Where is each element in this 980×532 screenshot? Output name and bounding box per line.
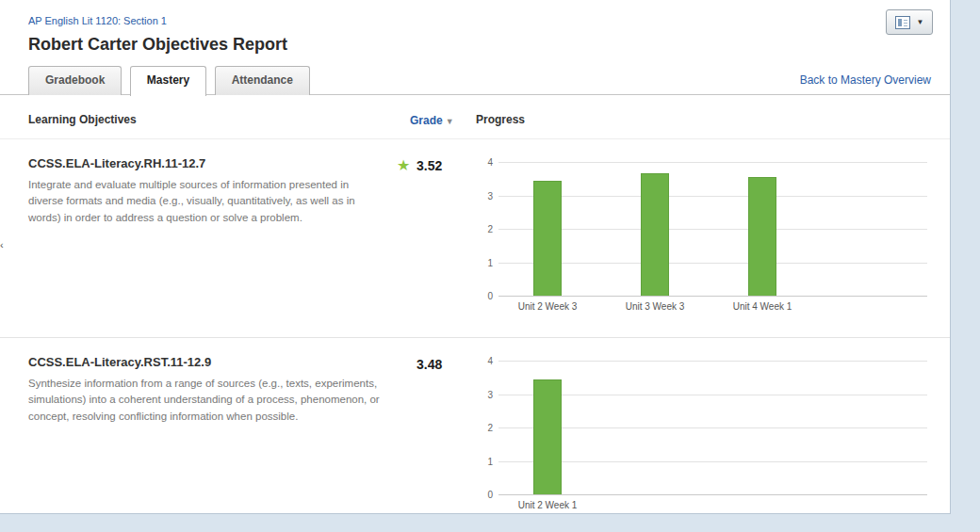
progress-bar [641,173,669,296]
chart-plot-area: 01234Unit 2 Week 3Unit 3 Week 3Unit 4 We… [498,162,927,296]
x-category-label: Unit 4 Week 1 [733,301,792,312]
objective-cell: CCSS.ELA-Literacy.RST.11-12.9 Synthesize… [28,355,391,521]
x-axis-line [498,494,927,495]
y-tick-label: 3 [476,390,493,400]
y-tick-label: 4 [476,356,493,366]
progress-bar-chart: 01234Unit 2 Week 3Unit 3 Week 3Unit 4 We… [476,156,933,322]
page-title: Robert Carter Objectives Report [28,35,931,55]
x-axis-line [498,296,927,297]
objective-row: CCSS.ELA-Literacy.RST.11-12.9 Synthesize… [0,337,950,532]
report-view-icon [895,16,910,29]
gridline [498,361,927,362]
progress-bar-chart: 01234Unit 2 Week 1 [476,355,933,521]
panel-collapse-arrow[interactable]: ‹ [0,237,8,252]
y-tick-label: 3 [476,191,493,202]
grade-cell: ★ 3.52 [391,156,476,322]
y-tick-label: 0 [476,291,493,301]
x-category-label: Unit 2 Week 3 [518,301,578,312]
y-tick-label: 2 [476,224,493,234]
gridline [498,162,927,163]
tab-gradebook[interactable]: Gradebook [28,66,122,95]
progress-bar [533,379,562,494]
objective-description: Synthesize information from a range of s… [28,376,386,425]
y-tick-label: 1 [476,258,493,268]
x-category-label: Unit 3 Week 3 [626,301,685,312]
back-to-mastery-overview-link[interactable]: Back to Mastery Overview [800,73,931,87]
objective-code: CCSS.ELA-Literacy.RH.11-12.7 [28,156,391,170]
progress-bar [533,181,562,296]
column-header-grade-sort[interactable]: Grade▼ [391,111,476,128]
y-tick-label: 4 [476,157,493,168]
gridline [498,229,927,230]
y-tick-label: 1 [476,457,493,467]
tab-attendance[interactable]: Attendance [215,66,310,95]
x-category-label: Unit 2 Week 1 [518,500,578,510]
grade-cell: ★ 3.48 [391,355,476,521]
gridline [498,263,927,264]
gridline [498,395,927,395]
y-tick-label: 0 [476,490,493,500]
report-panel: AP English Lit 1120: Section 1 Robert Ca… [0,0,951,514]
mastery-star-icon: ★ [397,158,416,173]
progress-bar [748,177,776,296]
column-header-row: Learning Objectives Grade▼ Progress [0,95,950,139]
sort-caret-icon: ▼ [446,117,454,126]
tab-bar: Gradebook Mastery Attendance Back to Mas… [0,66,950,95]
tab-mastery[interactable]: Mastery [130,66,206,96]
grade-value: 3.52 [416,158,442,173]
report-header: AP English Lit 1120: Section 1 Robert Ca… [0,0,950,55]
gridline [498,461,927,462]
objective-code: CCSS.ELA-Literacy.RST.11-12.9 [28,355,391,369]
grade-value: 3.48 [416,357,442,372]
y-tick-label: 2 [476,423,493,433]
gridline [498,427,927,428]
objective-description: Integrate and evaluate multiple sources … [28,177,386,226]
chevron-down-icon: ▼ [917,19,924,26]
objective-row: CCSS.ELA-Literacy.RH.11-12.7 Integrate a… [0,139,950,337]
grade-sort-label[interactable]: Grade [410,114,443,127]
objective-cell: CCSS.ELA-Literacy.RH.11-12.7 Integrate a… [28,156,391,322]
chart-plot-area: 01234Unit 2 Week 1 [498,361,927,494]
gridline [498,196,927,197]
breadcrumb-course-link[interactable]: AP English Lit 1120: Section 1 [28,15,167,26]
column-header-progress: Progress [476,113,931,126]
column-header-learning-objectives: Learning Objectives [28,113,391,126]
view-selector-button[interactable]: ▼ [886,9,933,35]
